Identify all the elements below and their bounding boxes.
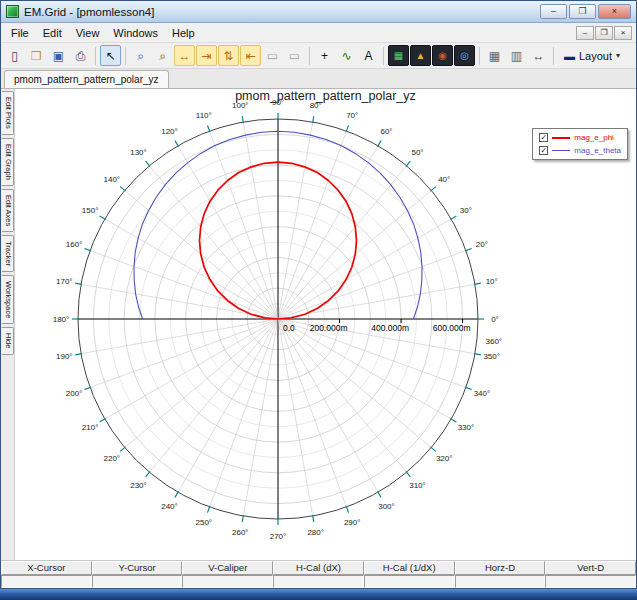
app-window: EM.Grid - [pmomlesson4] – ❐ × FileEditVi… — [0, 0, 637, 589]
angle-tick — [120, 187, 125, 192]
zoom-in-button[interactable]: ⌕ — [130, 45, 151, 66]
tab-pmom-pattern-polar-yz[interactable]: pmom_pattern_pattern_polar_yz — [4, 70, 169, 88]
layout-label: Layout — [579, 50, 612, 62]
angle-label: 190° — [56, 352, 73, 361]
plot-area[interactable]: 0°10°20°30°40°50°60°70°80°90°100°110°120… — [15, 89, 636, 560]
sidebar-tab-edit-axes[interactable]: Edit Axes — [2, 189, 14, 232]
angle-label: 200° — [66, 389, 83, 398]
sidebar-tab-hide[interactable]: Hide — [2, 327, 14, 354]
layout-dropdown[interactable]: ▬ Layout ▾ — [558, 47, 626, 65]
window-controls: – ❐ × — [540, 4, 631, 19]
close-button[interactable]: × — [598, 4, 631, 19]
zoom-x-button[interactable]: ⇥ — [196, 45, 217, 66]
sidebar-tab-edit-plots[interactable]: Edit Plots — [2, 91, 14, 135]
select-cursor-button[interactable]: ↖ — [100, 45, 121, 66]
angle-label: 60° — [380, 127, 392, 136]
menu-edit[interactable]: Edit — [36, 24, 69, 42]
angle-tick — [175, 491, 179, 497]
save-icon: ▣ — [53, 49, 64, 63]
plot-3d-button[interactable]: ▲ — [410, 45, 431, 66]
app-icon — [6, 5, 19, 18]
minimize-button[interactable]: – — [540, 4, 567, 19]
polar-spoke — [149, 166, 278, 319]
zoom-x-icon: ⇥ — [201, 49, 211, 63]
angle-label: 250° — [196, 518, 213, 527]
status-col-v-caliper: V-Caliper — [182, 561, 273, 575]
sidebar-tab-tracker[interactable]: Tracker — [2, 235, 14, 272]
angle-label: 280° — [307, 528, 324, 537]
status-value-row — [1, 575, 636, 589]
angle-label: 270° — [270, 532, 287, 541]
angle-label: 240° — [161, 502, 178, 511]
save-button[interactable]: ▣ — [48, 45, 69, 66]
polar-spoke — [210, 131, 278, 319]
legend-checkbox-mag-e-phi[interactable]: ✓ — [539, 133, 548, 142]
radial-label: 200.000m — [310, 323, 348, 333]
angle-label: 180° — [53, 315, 70, 324]
grid-toggle-button[interactable]: ▦ — [484, 45, 505, 66]
crosshair-button[interactable]: + — [314, 45, 335, 66]
add-text-button[interactable]: A — [358, 45, 379, 66]
new-button[interactable]: ▯ — [4, 45, 25, 66]
curve-tracker-button[interactable]: ∿ — [336, 45, 357, 66]
angle-label: 20° — [476, 240, 488, 249]
angle-tick — [378, 491, 382, 497]
toolbar: ▯❒▣⎙↖⌕⌕↔⇥⇅⇤▭▭+∿A▦▲◉◎▦▥↔ ▬ Layout ▾ — [1, 43, 636, 69]
angle-label: 210° — [82, 423, 99, 432]
fit-width-button[interactable]: ↔ — [528, 45, 549, 66]
polar-plot-button[interactable]: ◎ — [454, 45, 475, 66]
mdi-close-button[interactable]: × — [614, 26, 632, 40]
polar-spoke — [278, 131, 346, 319]
main-body: Edit PlotsEdit GraphEdit AxesTrackerWork… — [1, 89, 636, 560]
axes-box-button[interactable]: ▭ — [262, 45, 283, 66]
angle-tick — [146, 161, 151, 166]
open-button[interactable]: ❒ — [26, 45, 47, 66]
legend-toggle-icon: ▥ — [511, 49, 522, 63]
legend-line-sample — [552, 150, 570, 151]
plot-3d-icon: ▲ — [416, 50, 426, 61]
sidebar-tab-workspace[interactable]: Workspace — [2, 275, 14, 324]
legend-toggle-button[interactable]: ▥ — [506, 45, 527, 66]
toolbar-separator — [479, 47, 480, 65]
angle-label: 230° — [130, 481, 147, 490]
plot-title: pmom_pattern_pattern_polar_yz — [15, 89, 636, 103]
menubar: FileEditViewWindowsHelp – ❐ × — [1, 23, 636, 43]
plot-2d-icon: ▦ — [394, 50, 403, 61]
zoom-previous-button[interactable]: ⇤ — [240, 45, 261, 66]
toolbar-separator — [95, 47, 96, 65]
new-icon: ▯ — [11, 49, 18, 63]
mdi-restore-button[interactable]: ❐ — [595, 26, 613, 40]
zoom-fit-button[interactable]: ↔ — [174, 45, 195, 66]
smith-chart-button[interactable]: ◉ — [432, 45, 453, 66]
angle-label: 260° — [232, 528, 249, 537]
angle-tick — [100, 419, 106, 423]
smith-chart-icon: ◉ — [438, 50, 447, 61]
toolbar-separator — [383, 47, 384, 65]
mdi-minimize-button[interactable]: – — [576, 26, 594, 40]
radial-label: 600.000m — [433, 323, 471, 333]
status-value-vert-d — [545, 575, 636, 589]
angle-label: 40° — [438, 175, 450, 184]
plot-2d-button[interactable]: ▦ — [388, 45, 409, 66]
menu-help[interactable]: Help — [165, 24, 202, 42]
angle-tick — [146, 471, 151, 476]
sidebar-tab-edit-graph[interactable]: Edit Graph — [2, 138, 14, 186]
zoom-out-button[interactable]: ⌕ — [152, 45, 173, 66]
sidebar: Edit PlotsEdit GraphEdit AxesTrackerWork… — [1, 89, 15, 560]
legend-checkbox-mag-e-theta[interactable]: ✓ — [539, 146, 548, 155]
angle-label: 160° — [66, 240, 83, 249]
status-value-v-caliper — [182, 575, 273, 589]
maximize-button[interactable]: ❐ — [569, 4, 596, 19]
menu-file[interactable]: File — [4, 24, 36, 42]
open-icon: ❒ — [31, 49, 42, 63]
axes-box-alt-button[interactable]: ▭ — [284, 45, 305, 66]
angle-tick — [406, 161, 411, 166]
status-col-y-cursor: Y-Cursor — [92, 561, 183, 575]
print-button[interactable]: ⎙ — [70, 45, 91, 66]
status-col-h-cal-1-dx: H-Cal (1/dX) — [364, 561, 455, 575]
menu-view[interactable]: View — [69, 24, 107, 42]
angle-label: 150° — [82, 206, 99, 215]
zoom-y-button[interactable]: ⇅ — [218, 45, 239, 66]
angle-label: 360° — [486, 337, 503, 346]
menu-windows[interactable]: Windows — [106, 24, 165, 42]
